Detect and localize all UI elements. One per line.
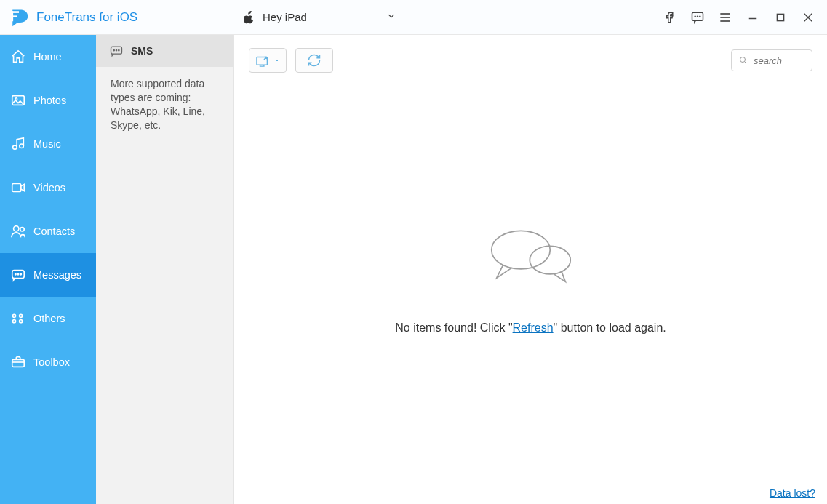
empty-message: No items found! Click "Refresh" button t… (395, 321, 666, 335)
sidebar-item-music[interactable]: Music (0, 122, 96, 166)
svg-point-20 (20, 228, 25, 232)
feedback-button[interactable] (689, 9, 706, 26)
device-name: Hey iPad (263, 11, 379, 23)
sidebar-item-contacts[interactable]: Contacts (0, 209, 96, 253)
header-buttons (661, 9, 827, 26)
svg-point-32 (116, 50, 116, 51)
svg-point-25 (12, 314, 15, 317)
svg-point-28 (20, 320, 23, 323)
sidebar-item-label: Photos (33, 95, 66, 106)
svg-rect-18 (12, 184, 21, 192)
sidebar-item-label: Messages (33, 269, 81, 281)
svg-point-24 (20, 273, 21, 274)
empty-prefix: No items found! Click " (395, 321, 512, 334)
sidebar-item-label: Home (33, 51, 62, 63)
svg-point-33 (119, 50, 119, 51)
svg-point-37 (491, 231, 550, 269)
sidebar-item-home[interactable]: Home (0, 35, 96, 79)
maximize-button[interactable] (772, 9, 789, 26)
chevron-down-icon (386, 11, 396, 23)
empty-chat-icon (480, 222, 582, 297)
facebook-button[interactable] (661, 9, 679, 26)
subpanel: SMS More supported data types are coming… (96, 35, 234, 504)
sidebar-item-label: Contacts (33, 225, 75, 237)
sidebar-item-others[interactable]: Others (0, 297, 96, 340)
subpanel-item-label: SMS (131, 45, 153, 57)
sidebar-item-label: Videos (33, 182, 65, 193)
svg-rect-29 (12, 359, 25, 367)
body: Home Photos Music Videos Contacts Messag… (0, 35, 827, 504)
svg-rect-11 (777, 14, 783, 20)
toolbar (234, 35, 827, 76)
sidebar-item-label: Music (33, 138, 61, 150)
minimize-button[interactable] (744, 9, 762, 26)
main: No items found! Click "Refresh" button t… (234, 35, 827, 504)
close-button[interactable] (799, 9, 817, 26)
svg-rect-1 (12, 11, 20, 13)
app-brand: FoneTrans for iOS (0, 7, 233, 28)
search-box[interactable] (731, 49, 812, 71)
svg-point-6 (700, 16, 700, 17)
subpanel-item-sms[interactable]: SMS (96, 35, 233, 67)
svg-point-22 (15, 273, 16, 274)
svg-point-4 (695, 16, 695, 17)
export-button[interactable] (249, 48, 287, 73)
sidebar-item-toolbox[interactable]: Toolbox (0, 340, 96, 384)
svg-point-27 (20, 314, 23, 317)
titlebar: FoneTrans for iOS Hey iPad (0, 0, 827, 35)
subpanel-info: More supported data types are coming: Wh… (96, 67, 233, 143)
sidebar-item-videos[interactable]: Videos (0, 166, 96, 209)
svg-line-36 (745, 62, 747, 64)
sidebar-item-messages[interactable]: Messages (0, 253, 96, 297)
svg-point-19 (14, 226, 19, 231)
svg-point-5 (698, 16, 698, 17)
content-area: No items found! Click "Refresh" button t… (234, 76, 827, 481)
apple-icon (244, 11, 255, 24)
sidebar: Home Photos Music Videos Contacts Messag… (0, 35, 96, 504)
app-logo-icon (9, 7, 29, 28)
app-title: FoneTrans for iOS (36, 10, 137, 25)
device-selector[interactable]: Hey iPad (233, 0, 407, 34)
data-lost-link[interactable]: Data lost? (770, 487, 815, 499)
refresh-button[interactable] (295, 48, 333, 73)
sidebar-item-label: Others (33, 313, 65, 324)
svg-point-31 (113, 50, 114, 51)
svg-rect-2 (12, 15, 17, 17)
svg-point-35 (740, 57, 746, 63)
svg-point-26 (12, 320, 15, 323)
search-icon (739, 55, 748, 65)
sidebar-item-photos[interactable]: Photos (0, 79, 96, 122)
menu-button[interactable] (716, 9, 734, 26)
empty-suffix: " button to load again. (554, 321, 666, 334)
svg-point-23 (17, 273, 18, 274)
search-input[interactable] (754, 55, 804, 66)
refresh-link[interactable]: Refresh (513, 321, 554, 334)
sidebar-item-label: Toolbox (33, 356, 70, 368)
footer: Data lost? (234, 481, 827, 504)
